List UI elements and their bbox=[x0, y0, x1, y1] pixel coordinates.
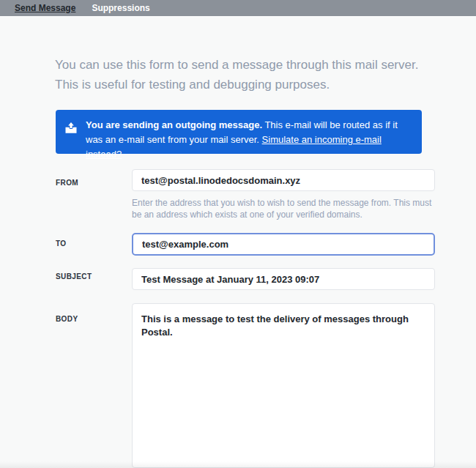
top-nav-bar: Send Message Suppressions bbox=[0, 0, 476, 17]
tab-suppressions[interactable]: Suppressions bbox=[92, 0, 149, 17]
from-label: FROM bbox=[56, 179, 78, 187]
body-label: BODY bbox=[56, 315, 78, 323]
to-input[interactable] bbox=[132, 233, 435, 256]
from-help-text: Enter the address that you wish to wish … bbox=[132, 198, 442, 220]
to-label: TO bbox=[56, 239, 67, 248]
intro-text: You can use this form to send a message … bbox=[55, 55, 427, 94]
outbox-icon bbox=[64, 122, 78, 135]
tab-send-message[interactable]: Send Message bbox=[15, 0, 75, 17]
outgoing-message-alert: You are sending an outgoing message. Thi… bbox=[56, 110, 422, 154]
subject-input[interactable] bbox=[132, 268, 435, 290]
subject-label: SUBJECT bbox=[56, 272, 92, 281]
from-input[interactable] bbox=[132, 169, 435, 191]
alert-bold-text: You are sending an outgoing message. bbox=[86, 119, 262, 130]
body-textarea[interactable]: This is a message to test the delivery o… bbox=[132, 303, 435, 468]
